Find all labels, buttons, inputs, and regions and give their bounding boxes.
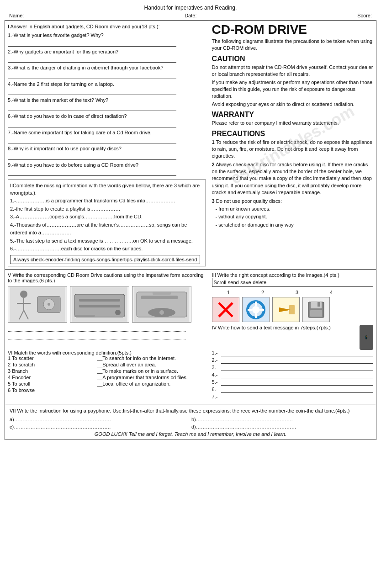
match-left-item: 4 Encoder [8, 375, 87, 380]
precaution-1-num: 1 [212, 139, 215, 145]
match-left-item: 5 To scroll [8, 381, 87, 387]
section-iii-instruction: III Write the right concept according to… [212, 272, 373, 278]
main-layout: I Answer in English about gadgets, CD Ro… [5, 20, 376, 270]
word-box-container: Always check-encoder-finding songs-songs… [10, 253, 204, 264]
question-item: 5.-What is the main market of the text? … [8, 97, 206, 111]
svg-rect-34 [289, 305, 295, 314]
step-item: 5.- [212, 379, 373, 386]
section-iii: III Write the right concept according to… [212, 272, 373, 322]
step-item: 4.- [212, 372, 373, 378]
concept-img-4 [302, 297, 330, 322]
section-ii-items: 1.-………………is a programmer that transforms… [10, 197, 204, 253]
precautions-heading: PRECAUTIONS [212, 130, 373, 138]
question-text: 2.-Why gadgets are important for this ge… [8, 48, 206, 55]
name-label: Name: [9, 13, 24, 18]
caution-text1: Do not attempt to repair the CD-ROM driv… [212, 64, 373, 78]
bottom-left: V Write the corresponding CD Room Drive … [5, 270, 209, 404]
step-item: 7.- [212, 394, 373, 400]
match-right-item: __A programmer that transforms cd files. [97, 375, 206, 380]
step-blank [221, 387, 373, 393]
section-ii-item: 1.-………………is a programmer that transforms… [10, 197, 204, 205]
section-ii: IIComplete the missing information with … [8, 180, 206, 266]
question-text: 6.-What do you have to do in case of dir… [8, 113, 206, 120]
caution-text2: If you make any adjustments or perform a… [212, 79, 373, 100]
section-ii-item: 5.-The last step to send a text message … [10, 237, 204, 245]
footer-section: VII Write the instruction for using a pa… [5, 404, 376, 440]
date-label: Date: [185, 13, 196, 18]
step-item: 1.- [212, 350, 373, 356]
page-title: Handout for Imperatives and Reading. [5, 5, 376, 11]
svg-rect-14 [74, 315, 95, 317]
section-v: V Write the corresponding CD Room Drive … [8, 272, 206, 347]
precaution-3-bullets: - from unknown sources.- without any cop… [212, 206, 373, 228]
precaution-2-num: 2 [212, 162, 215, 167]
svg-rect-39 [318, 302, 320, 307]
step-blank [221, 350, 373, 356]
svg-point-26 [252, 306, 259, 313]
bottom-right: III Write the right concept according to… [209, 270, 376, 404]
section-iv: IV Write how to send a text message in 7… [212, 325, 373, 400]
match-right-item: __Local office of an organization. [97, 381, 206, 387]
section-ii-item: 6.-………………………each disc for cracks on the … [10, 245, 204, 253]
bottom-layout: V Write the corresponding CD Room Drive … [5, 270, 376, 404]
answer-dot-1 [8, 325, 186, 332]
image-2 [70, 286, 129, 323]
steps-container: 1.-2.-3.-4.-5.-6.-7.- [212, 350, 373, 400]
step-blank [221, 357, 373, 364]
precaution-3: 3 Do not use poor quality discs: [212, 198, 373, 205]
match-row: 1 To scatter__To search for info on the … [8, 355, 206, 361]
section-ii-instruction: IIComplete the missing information with … [10, 182, 204, 197]
question-item: 4.-Name the 2 first steps for turning on… [8, 81, 206, 95]
section-vii-instruction: VII Write the instruction for using a pa… [10, 407, 371, 415]
section-iv-instruction: IV Write how to send a text message in 7… [212, 325, 358, 330]
question-text: 4.-Name the 2 first steps for turning on… [8, 81, 206, 88]
match-row: 2 To scratch__Spread all over an area. [8, 362, 206, 367]
question-text: 1.-What is your less favorite gadget? Wh… [8, 32, 206, 39]
warranty-heading: WARRANTY [212, 111, 373, 119]
step-item: 6.- [212, 387, 373, 393]
match-left-item: 1 To scatter [8, 355, 87, 361]
svg-point-19 [159, 310, 164, 315]
section-v-images [8, 286, 206, 323]
svg-rect-37 [311, 302, 322, 308]
score-label: Score: [357, 13, 372, 18]
match-row: 5 To scroll__Local office of an organiza… [8, 381, 206, 387]
step-number: 4.- [212, 372, 221, 378]
svg-point-8 [48, 303, 50, 306]
match-left-item: 6 To browse [8, 387, 87, 393]
warranty-text: Please refer to our company limited warr… [212, 120, 373, 127]
question-item: 9.-What do you have to do before using a… [8, 162, 206, 176]
answer-line [8, 89, 176, 95]
precaution-3-num: 3 [212, 198, 215, 204]
footer-answer-a: a)…………………………………………………. [10, 417, 190, 422]
section-v-instruction: V Write the corresponding CD Room Drive … [8, 272, 206, 283]
intro-text: The following diagrams illustrate the pr… [212, 38, 373, 52]
answer-line [8, 40, 176, 47]
match-left-item: 3 Branch [8, 368, 87, 374]
match-right-item [97, 387, 206, 393]
name-date-score-row: Name: Date: Score: [5, 13, 376, 18]
question-text: 7.-Name some important tips for taking c… [8, 129, 206, 136]
match-row: 6 To browse [8, 387, 206, 393]
footer-label-b: b)…………………………………………………. [191, 417, 293, 422]
concept-numbers: 1 2 3 4 [212, 290, 373, 295]
concept-img-3 [272, 297, 300, 322]
cd-rom-title: CD-ROM DRIVE [212, 23, 373, 36]
image-3 [132, 286, 191, 323]
footer-label-c: c)…………………………………………………. [10, 424, 111, 429]
precaution-bullet: - scratched or damaged in any way. [212, 222, 373, 228]
section-i-instruction: I Answer in English about gadgets, CD Ro… [8, 23, 206, 30]
right-column: eslprintables.com CD-ROM DRIVE The follo… [209, 21, 376, 269]
step-number: 3.- [212, 365, 221, 371]
section-ii-item: 2.-the first step to create a playlist i… [10, 205, 204, 213]
step-number: 1.- [212, 350, 221, 356]
match-right-item: __Spread all over an area. [97, 362, 206, 367]
step-item: 2.- [212, 357, 373, 364]
caution-heading: CAUTION [212, 55, 373, 63]
footer-answer-b: b)…………………………………………………. [191, 417, 371, 422]
section-ii-item: 3.-A………………copies a song's………………from the … [10, 213, 204, 221]
left-column: I Answer in English about gadgets, CD Ro… [5, 21, 209, 269]
concepts-box: Scroll-send-save-delete [212, 278, 373, 287]
match-left-item: 2 To scratch [8, 362, 87, 367]
svg-point-1 [20, 291, 27, 298]
